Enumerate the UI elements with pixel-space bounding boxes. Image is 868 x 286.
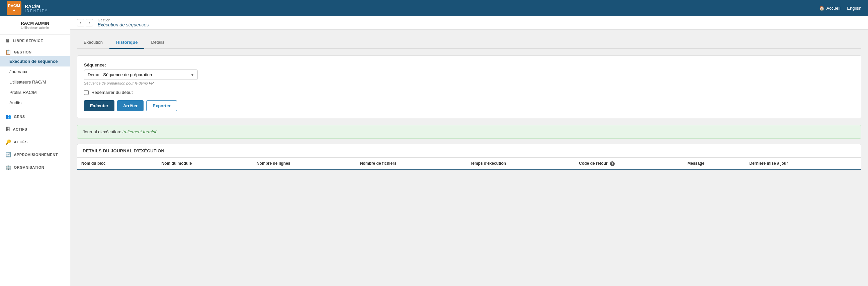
logo-area: RAC/M● RAC/M IDENTITY: [7, 1, 48, 15]
acces-icon: 🔑: [5, 139, 11, 145]
sidebar-section-label-organisation: ORGANISATION: [14, 166, 44, 169]
sidebar-section-label-approvisionnement: APPROVISIONNEMENT: [14, 153, 58, 157]
sidebar-section-libre-service[interactable]: 🖥 LIBRE SERVICE: [0, 35, 70, 45]
sequence-hint: Séquence de préparation pour le démo FR: [84, 81, 854, 85]
top-nav: RAC/M● RAC/M IDENTITY 🏠 Accueil English: [0, 0, 868, 16]
tab-details[interactable]: Détails: [144, 36, 171, 49]
col-message: Message: [683, 158, 745, 170]
page-content: Execution Historique Détails Séquence: D…: [70, 30, 868, 286]
journal-label: Journal d'exécution:: [83, 129, 121, 134]
code-retour-help-icon[interactable]: ?: [610, 162, 615, 166]
sidebar-item-audits[interactable]: Audits: [0, 98, 70, 108]
content-area: ‹ › Gestion Exécution de séquences Execu…: [70, 16, 868, 286]
col-nom-module: Nom du module: [158, 158, 253, 170]
logo-text: RAC/M●: [8, 4, 20, 12]
sidebar-item-journaux[interactable]: Journaux: [0, 67, 70, 77]
breadcrumb-parent: Gestion: [98, 18, 149, 22]
checkbox-row: Redémarrer du début: [84, 90, 854, 95]
sidebar-section-label-acces: ACCÈS: [14, 140, 28, 144]
gens-icon: 👥: [5, 114, 11, 119]
main-layout: RACM ADMIN Utilisateur: admin 🖥 LIBRE SE…: [0, 16, 868, 286]
username: RACM ADMIN: [5, 21, 65, 26]
approvisionnement-icon: 🔄: [5, 152, 11, 157]
monitor-icon: 🖥: [5, 38, 10, 43]
table-header: DETAILS DU JOURNAL D'EXÉCUTION: [77, 144, 861, 158]
redemarrer-checkbox[interactable]: [84, 90, 89, 95]
sequence-select-wrapper: Demo - Séquence de préparation ▼: [84, 70, 198, 80]
sequence-group: Séquence: Demo - Séquence de préparation…: [84, 63, 854, 85]
breadcrumb-nav: ‹ ›: [77, 19, 93, 26]
accueil-link[interactable]: 🏠 Accueil: [819, 6, 840, 11]
table-head: Nom du bloc Nom du module Nombre de lign…: [77, 158, 861, 170]
sidebar: RACM ADMIN Utilisateur: admin 🖥 LIBRE SE…: [0, 16, 70, 286]
actifs-icon: 🗄: [5, 127, 10, 132]
table-section: DETAILS DU JOURNAL D'EXÉCUTION Nom du bl…: [77, 144, 861, 170]
breadcrumb-current: Exécution de séquences: [98, 22, 149, 27]
gestion-icon: 📋: [5, 49, 11, 55]
sidebar-section-gens[interactable]: 👥 GENS: [0, 111, 70, 120]
col-nb-fichiers: Nombre de fichiers: [356, 158, 466, 170]
tabs: Execution Historique Détails: [77, 36, 861, 49]
top-nav-right: 🏠 Accueil English: [819, 6, 861, 11]
sidebar-section-label-gens: GENS: [14, 115, 25, 119]
language-label: English: [847, 6, 861, 11]
breadcrumb-info: Gestion Exécution de séquences: [98, 18, 149, 27]
sidebar-section-label-gestion: GESTION: [14, 50, 32, 54]
sidebar-section-organisation[interactable]: 🏢 ORGANISATION: [0, 162, 70, 171]
sidebar-item-execution-sequence[interactable]: Exécution de séquence: [0, 56, 70, 67]
sidebar-section-actifs[interactable]: 🗄 ACTIFS: [0, 123, 70, 133]
user-role: Utilisateur: admin: [5, 26, 65, 30]
sidebar-section-acces[interactable]: 🔑 ACCÈS: [0, 136, 70, 146]
sidebar-item-utilisateurs-racm[interactable]: Utilisateurs RAC/M: [0, 77, 70, 87]
sidebar-user: RACM ADMIN Utilisateur: admin: [0, 16, 70, 35]
executer-button[interactable]: Exécuter: [84, 100, 115, 111]
logo-icon: RAC/M●: [7, 1, 22, 15]
brand-line1: RAC/M: [25, 4, 48, 9]
brand-name: RAC/M IDENTITY: [25, 4, 48, 13]
sidebar-section-approvisionnement[interactable]: 🔄 APPROVISIONNEMENT: [0, 149, 70, 159]
col-nb-lignes: Nombre de lignes: [253, 158, 356, 170]
sidebar-section-gestion[interactable]: 📋 GESTION: [0, 46, 70, 56]
sidebar-section-label-libre-service: LIBRE SERVICE: [13, 39, 43, 43]
col-nom-bloc: Nom du bloc: [77, 158, 158, 170]
sidebar-section-label-actifs: ACTIFS: [13, 127, 27, 131]
organisation-icon: 🏢: [5, 165, 11, 170]
sequence-label: Séquence:: [84, 63, 854, 68]
redemarrer-label: Redémarrer du début: [91, 90, 133, 95]
brand-line2: IDENTITY: [25, 9, 48, 13]
accueil-label: Accueil: [826, 6, 840, 11]
tab-execution[interactable]: Execution: [77, 36, 110, 49]
col-temps-execution: Temps d'exécution: [466, 158, 575, 170]
sequence-select[interactable]: Demo - Séquence de préparation: [84, 70, 198, 80]
sidebar-item-profils-racm[interactable]: Profils RAC/M: [0, 87, 70, 98]
language-link[interactable]: English: [847, 6, 861, 11]
journal-status-value: traitement terminé: [122, 129, 158, 134]
exporter-button[interactable]: Exporter: [146, 100, 177, 111]
breadcrumb-forward-button[interactable]: ›: [86, 19, 93, 26]
table-header-row: Nom du bloc Nom du module Nombre de lign…: [77, 158, 861, 170]
breadcrumb-bar: ‹ › Gestion Exécution de séquences: [70, 16, 868, 30]
execution-table: Nom du bloc Nom du module Nombre de lign…: [77, 158, 861, 170]
form-section: Séquence: Demo - Séquence de préparation…: [77, 56, 861, 118]
col-code-retour: Code de retour ?: [575, 158, 683, 170]
journal-status: Journal d'exécution: traitement terminé: [77, 125, 861, 139]
table-title: DETAILS DU JOURNAL D'EXÉCUTION: [83, 148, 856, 153]
col-derniere-maj: Dernière mise à jour: [745, 158, 861, 170]
arreter-button[interactable]: Arrêter: [117, 100, 144, 111]
home-icon: 🏠: [819, 6, 825, 11]
btn-row: Exécuter Arrêter Exporter: [84, 100, 854, 111]
tab-historique[interactable]: Historique: [110, 36, 144, 49]
breadcrumb-back-button[interactable]: ‹: [77, 19, 84, 26]
